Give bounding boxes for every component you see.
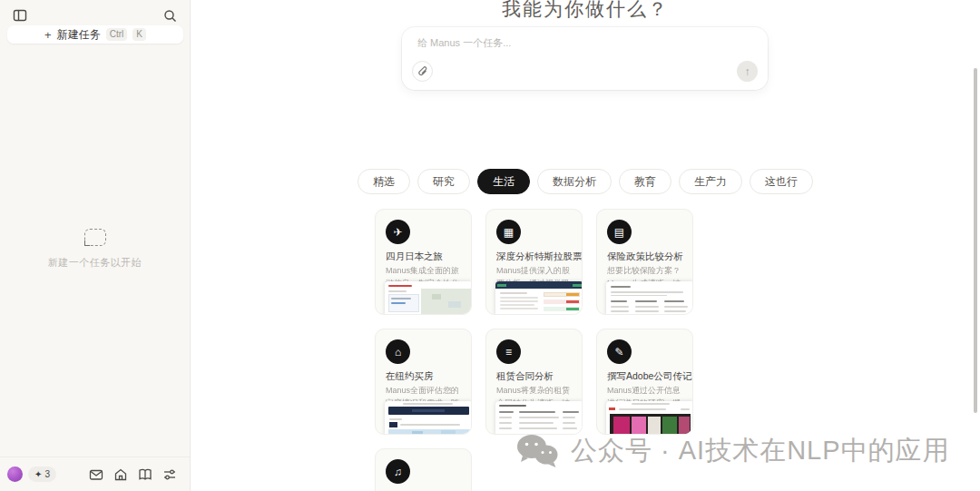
card-title: 租赁合同分析 <box>496 370 554 383</box>
card-japan-trip[interactable]: ✈ 四月日本之旅 Manus集成全面的旅游信息，制定个性化的行程，并制作专为您的… <box>375 209 472 315</box>
tab-featured[interactable]: 精选 <box>358 169 410 194</box>
settings-sliders-icon[interactable] <box>162 466 178 483</box>
credits-count: 3 <box>44 469 50 479</box>
card-preview-thumbnail <box>606 281 693 315</box>
shortcut-key-ctrl: Ctrl <box>106 28 128 41</box>
sidebar-empty-state: 新建一个任务以开始 <box>0 229 190 270</box>
search-icon[interactable] <box>162 7 178 24</box>
sparkle-icon: ✦ <box>34 469 42 479</box>
card-title: 深度分析特斯拉股票 <box>496 250 583 263</box>
card-nyc-house[interactable]: ⌂ 在纽约买房 Manus全面评估您的家庭情况和需求，随后搜索专业房源信息，找到 <box>375 329 472 435</box>
card-tesla-stock[interactable]: ▦ 深度分析特斯拉股票 Manus提供深入的股票分析，通过视觉吸引力强的仪表盘展… <box>485 209 583 315</box>
user-avatar[interactable] <box>7 466 23 482</box>
card-preview-thumbnail <box>385 281 472 315</box>
page-title: 我能为你做什么？ <box>191 0 980 22</box>
travel-icon: ✈ <box>386 220 410 244</box>
new-task-button[interactable]: + 新建任务 Ctrl K <box>7 25 183 44</box>
tab-education[interactable]: 教育 <box>619 169 671 194</box>
sidebar-bottom-bar: ✦ 3 <box>0 457 190 491</box>
biography-pen-icon: ✎ <box>607 339 632 364</box>
task-input[interactable] <box>417 34 744 51</box>
tab-productivity[interactable]: 生产力 <box>679 169 742 194</box>
stock-chart-icon: ▦ <box>496 220 521 244</box>
card-preview-thumbnail <box>385 401 472 435</box>
card-title: 撰写Adobe公司传记 <box>607 370 691 383</box>
shortcut-key-k: K <box>132 28 146 41</box>
sidebar-bottom-icons <box>88 466 178 483</box>
card-title: 四月日本之旅 <box>386 250 443 263</box>
tab-life[interactable]: 生活 <box>477 169 530 194</box>
meditation-audio-icon: ♫ <box>386 459 410 484</box>
card-preview-thumbnail <box>606 401 693 435</box>
sidebar-toggle-icon[interactable] <box>12 7 28 24</box>
home-icon[interactable] <box>113 466 129 483</box>
new-task-dashed-icon <box>84 229 106 246</box>
card-meditation-audio[interactable]: ♫ 个性化冥想音频 <box>375 448 472 491</box>
card-adobe-biography[interactable]: ✎ 撰写Adobe公司传记 Manus通过公开信息进行详尽的研究，撰写Adobe… <box>596 329 693 435</box>
tab-misc[interactable]: 这也行 <box>750 169 813 194</box>
card-preview-thumbnail <box>495 401 583 435</box>
scrollbar[interactable] <box>974 68 977 413</box>
attachment-button[interactable] <box>412 61 433 82</box>
category-tabs: 精选 研究 生活 数据分析 教育 生产力 这也行 <box>191 169 980 194</box>
sidebar-top-bar <box>12 7 178 24</box>
plus-icon: + <box>44 28 52 42</box>
send-arrow-icon: ↑ <box>745 65 750 78</box>
tab-research[interactable]: 研究 <box>417 169 470 194</box>
house-icon: ⌂ <box>386 339 410 364</box>
send-button[interactable]: ↑ <box>737 61 758 82</box>
use-case-card-grid: ✈ 四月日本之旅 Manus集成全面的旅游信息，制定个性化的行程，并制作专为您的… <box>375 209 693 491</box>
book-icon[interactable] <box>137 466 153 483</box>
mail-icon[interactable] <box>88 466 104 483</box>
tab-data-analysis[interactable]: 数据分析 <box>537 169 612 194</box>
sidebar: + 新建任务 Ctrl K 新建一个任务以开始 ✦ 3 <box>0 0 191 491</box>
card-insurance-comparison[interactable]: ▤ 保险政策比较分析 想要比较保险方案？Manus生成清晰、结构化的对比表，突出… <box>596 209 693 315</box>
card-preview-thumbnail <box>495 281 583 315</box>
contract-list-icon: ≡ <box>496 339 521 364</box>
credits-badge[interactable]: ✦ 3 <box>28 466 56 482</box>
card-title: 在纽约买房 <box>386 370 434 383</box>
card-lease-analysis[interactable]: ≡ 租赁合同分析 Manus将复杂的租赁合同转化为清晰、结构化的信息表，使关键条… <box>485 329 583 435</box>
new-task-label: 新建任务 <box>57 27 101 43</box>
policy-doc-icon: ▤ <box>607 220 632 244</box>
task-input-card: ↑ <box>402 27 768 90</box>
card-title: 保险政策比较分析 <box>607 250 683 263</box>
empty-state-label: 新建一个任务以开始 <box>0 256 190 270</box>
